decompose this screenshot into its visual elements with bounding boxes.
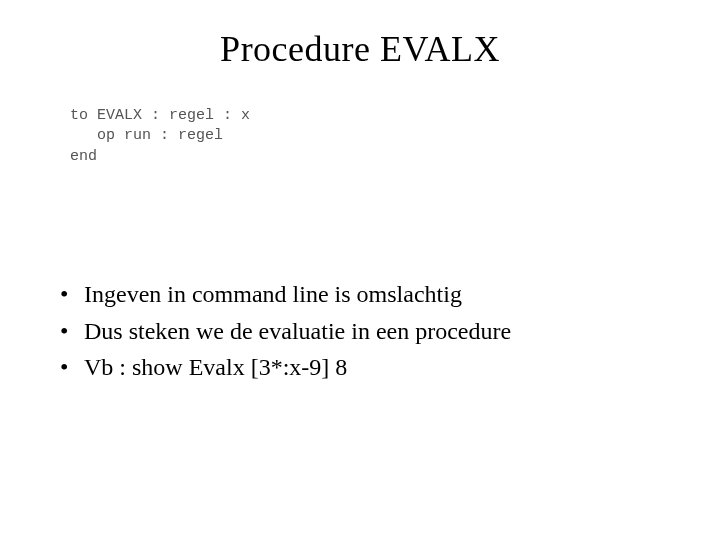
list-item: Dus steken we de evaluatie in een proced… [60,314,660,349]
slide: Procedure EVALX to EVALX : regel : x op … [0,0,720,540]
bullet-text: Ingeven in command line is omslachtig [84,281,462,307]
code-line-2: op run : regel [70,127,223,144]
list-item: Ingeven in command line is omslachtig [60,277,660,312]
bullet-list: Ingeven in command line is omslachtig Du… [60,277,660,385]
bullet-text: Dus steken we de evaluatie in een proced… [84,318,511,344]
page-title: Procedure EVALX [60,28,660,70]
code-block: to EVALX : regel : x op run : regel end [70,106,660,167]
bullet-text: Vb : show Evalx [3*:x-9] 8 [84,354,347,380]
list-item: Vb : show Evalx [3*:x-9] 8 [60,350,660,385]
code-line-1: to EVALX : regel : x [70,107,250,124]
code-line-3: end [70,148,97,165]
